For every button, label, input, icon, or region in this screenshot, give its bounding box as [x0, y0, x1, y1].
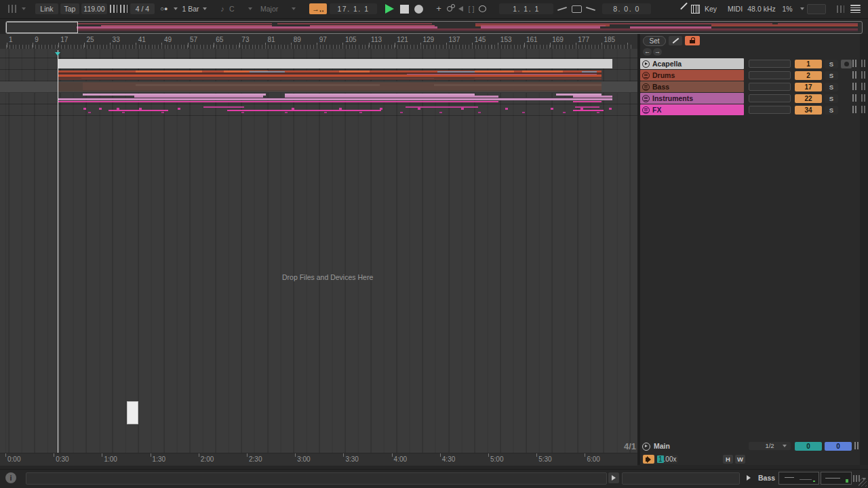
- track-activator-button[interactable]: 2: [795, 71, 822, 80]
- clip-segment[interactable]: [136, 84, 380, 86]
- track-name-label[interactable]: Bass: [652, 81, 669, 92]
- clip-segment[interactable]: [418, 108, 420, 110]
- clip-segment[interactable]: [161, 112, 164, 113]
- preview-play-button[interactable]: [608, 472, 619, 483]
- automation-mode-button[interactable]: [669, 36, 682, 45]
- clip-segment[interactable]: [241, 112, 244, 113]
- capture-midi-icon-2[interactable]: [451, 4, 455, 8]
- clip-segment[interactable]: [575, 106, 599, 108]
- loop-start-display[interactable]: 1. 1. 1: [499, 3, 553, 14]
- optimize-width-button[interactable]: W: [735, 455, 745, 464]
- clip-segment[interactable]: [324, 112, 327, 113]
- clip-segment[interactable]: [292, 108, 294, 110]
- track-header-drums[interactable]: Drums2S: [640, 70, 860, 81]
- info-icon[interactable]: i: [5, 472, 16, 483]
- key-map-button[interactable]: Key: [703, 3, 719, 14]
- clip-segment[interactable]: [573, 101, 601, 102]
- group-fold-icon[interactable]: [642, 83, 650, 91]
- clip-segment[interactable]: [406, 106, 478, 108]
- prev-locator-button[interactable]: ←: [643, 48, 652, 56]
- track-name-label[interactable]: Instruments: [652, 93, 693, 104]
- playhead[interactable]: [58, 50, 58, 453]
- clip-segment[interactable]: [88, 112, 91, 113]
- track-header-instruments[interactable]: Instruments22S: [640, 93, 860, 104]
- track-activator-button[interactable]: 34: [795, 106, 822, 115]
- clip-segment[interactable]: [339, 108, 342, 110]
- track-name-label[interactable]: Acapella: [652, 58, 682, 69]
- clip-segment[interactable]: [461, 108, 464, 110]
- clip-segment[interactable]: [400, 112, 403, 113]
- scale-root-caret-icon[interactable]: [248, 7, 252, 10]
- selected-track-play-button[interactable]: [743, 472, 754, 483]
- group-fold-icon[interactable]: [642, 72, 650, 79]
- clip-segment[interactable]: [551, 108, 553, 110]
- clip-segment[interactable]: [573, 110, 604, 111]
- solo-button[interactable]: S: [825, 83, 838, 92]
- track-activator-button[interactable]: 22: [795, 94, 822, 103]
- clip-segment[interactable]: [505, 108, 508, 110]
- loop-switch-icon[interactable]: [479, 5, 486, 12]
- next-locator-button[interactable]: →: [653, 48, 662, 56]
- clip-segment[interactable]: [439, 112, 442, 113]
- main-play-icon[interactable]: [642, 443, 650, 451]
- cpu-caret-icon[interactable]: [800, 7, 804, 10]
- track-name-label[interactable]: FX: [652, 104, 661, 115]
- track-play-icon[interactable]: [642, 60, 650, 68]
- clip-segment[interactable]: [58, 59, 612, 68]
- metronome-caret-icon[interactable]: [174, 7, 178, 10]
- arm-record-button[interactable]: [841, 60, 852, 68]
- clip-segment[interactable]: [227, 110, 381, 111]
- track-name-box[interactable]: Bass: [640, 81, 744, 92]
- main-track-header[interactable]: Main 1/2 0 0: [640, 441, 860, 451]
- loop-region-icon[interactable]: [572, 5, 582, 13]
- overdub-plus-icon[interactable]: +: [434, 3, 443, 14]
- track-header-acapella[interactable]: Acapella1S: [640, 58, 860, 69]
- play-button[interactable]: [385, 4, 394, 14]
- hamburger-menu-icon[interactable]: [850, 5, 861, 13]
- tempo-field[interactable]: 119.00: [81, 3, 107, 14]
- clip-segment[interactable]: [203, 106, 244, 108]
- clip-segment[interactable]: [178, 108, 180, 110]
- clip-segment[interactable]: [58, 98, 612, 100]
- cue-level-field[interactable]: 0: [795, 442, 822, 451]
- record-button[interactable]: [414, 5, 423, 14]
- main-level-field[interactable]: 0: [825, 442, 852, 451]
- solo-button[interactable]: S: [825, 71, 838, 80]
- solo-button[interactable]: S: [825, 106, 838, 115]
- quantize-menu[interactable]: 1 Bar: [180, 3, 201, 14]
- window-resize-grip[interactable]: [859, 479, 867, 487]
- scale-name-caret-icon[interactable]: [292, 7, 296, 10]
- clip-segment[interactable]: [580, 108, 583, 110]
- group-fold-icon[interactable]: [642, 106, 650, 114]
- track-lane-bass[interactable]: [0, 81, 637, 93]
- punch-in-icon[interactable]: [557, 7, 567, 11]
- nudge-down-icon[interactable]: [110, 5, 117, 13]
- clip-segment[interactable]: [81, 78, 434, 79]
- clip-segment[interactable]: [139, 108, 142, 110]
- clip-segment[interactable]: [285, 112, 288, 113]
- clip-segment[interactable]: [478, 112, 481, 113]
- solo-button[interactable]: S: [825, 94, 838, 103]
- track-activator-button[interactable]: 1: [795, 60, 822, 68]
- midi-map-button[interactable]: MIDI: [726, 3, 745, 14]
- lock-envelopes-button[interactable]: [685, 36, 700, 45]
- audition-button[interactable]: [643, 455, 654, 464]
- draw-mode-pencil-icon[interactable]: [680, 3, 688, 10]
- track-lane-fx[interactable]: [0, 104, 637, 116]
- stop-button[interactable]: [400, 5, 409, 14]
- solo-button[interactable]: S: [825, 60, 838, 68]
- clip-segment[interactable]: [563, 112, 566, 113]
- clip-segment[interactable]: [122, 112, 125, 113]
- arrangement-position-display[interactable]: 17. 1. 1: [330, 3, 377, 14]
- computer-midi-keyboard-icon[interactable]: [691, 5, 700, 14]
- clip-segment[interactable]: [359, 112, 362, 113]
- group-fold-icon[interactable]: [642, 95, 650, 102]
- clip-segment[interactable]: [108, 110, 168, 111]
- track-name-box[interactable]: Acapella: [640, 58, 744, 69]
- overview-viewport-box[interactable]: [6, 22, 78, 33]
- follow-button[interactable]: →‥: [309, 3, 327, 14]
- clip-segment[interactable]: [522, 112, 525, 113]
- optimize-height-button[interactable]: H: [723, 455, 733, 464]
- loop-length-display[interactable]: 8. 0. 0: [602, 3, 651, 14]
- main-track-name[interactable]: Main: [654, 441, 670, 451]
